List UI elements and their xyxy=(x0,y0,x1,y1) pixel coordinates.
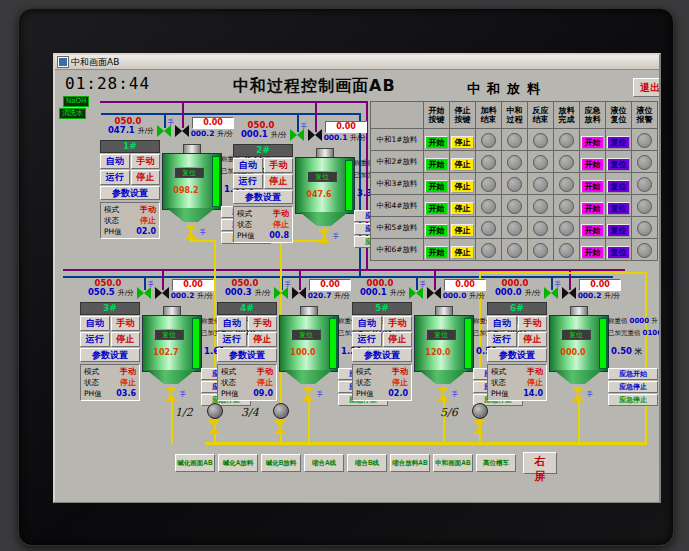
naoh-valve-icon[interactable] xyxy=(562,287,576,299)
nav-button[interactable]: 缩合放料AB xyxy=(390,454,430,472)
level-reset-button[interactable]: 复位 xyxy=(607,180,630,193)
nav-button[interactable]: 碱化B放料 xyxy=(261,454,301,472)
tank-reset-button[interactable]: 复位 xyxy=(291,329,321,340)
emergency-discharge-button[interactable]: 开始 xyxy=(581,246,604,259)
params-button[interactable]: 参数设置 xyxy=(233,190,293,204)
params-button[interactable]: 参数设置 xyxy=(80,348,140,362)
drain-valve-icon[interactable] xyxy=(165,387,177,401)
start-discharge-button[interactable]: 开始 xyxy=(425,246,448,259)
params-button[interactable]: 参数设置 xyxy=(100,186,160,200)
drain-valve-icon[interactable] xyxy=(185,225,197,239)
manifold-valve-icon[interactable] xyxy=(473,420,485,434)
stop-discharge-button[interactable]: 停止 xyxy=(451,246,474,259)
stop-discharge-button[interactable]: 停止 xyxy=(451,136,474,149)
inlet-valve-icon[interactable] xyxy=(157,125,171,137)
manual-button[interactable]: 手动 xyxy=(383,316,413,331)
emergency-discharge-button[interactable]: 开始 xyxy=(581,180,604,193)
start-discharge-button[interactable]: 开始 xyxy=(425,224,448,237)
pump-icon[interactable] xyxy=(472,403,488,419)
nav-button[interactable]: 缩合B线 xyxy=(347,454,387,472)
run-button[interactable]: 运行 xyxy=(217,332,247,347)
nav-button[interactable]: 碱化A放料 xyxy=(218,454,258,472)
start-discharge-button[interactable]: 开始 xyxy=(425,136,448,149)
pump-icon[interactable] xyxy=(207,403,223,419)
auto-button[interactable]: 自动 xyxy=(352,316,382,331)
auto-button[interactable]: 自动 xyxy=(80,316,110,331)
manual-button[interactable]: 手动 xyxy=(518,316,548,331)
naoh-valve-icon[interactable] xyxy=(155,287,169,299)
emergency-discharge-button[interactable]: 开始 xyxy=(581,136,604,149)
right-screen-button[interactable]: 右屏 xyxy=(523,452,557,474)
stop-button[interactable]: 停止 xyxy=(383,332,413,347)
naoh-valve-icon[interactable] xyxy=(308,129,322,141)
inlet-valve-icon[interactable] xyxy=(544,287,558,299)
run-button[interactable]: 运行 xyxy=(233,174,263,189)
stop-discharge-button[interactable]: 停止 xyxy=(451,158,474,171)
run-button[interactable]: 运行 xyxy=(80,332,110,347)
emergency-stop-indicator[interactable]: 应急停止 xyxy=(608,394,658,406)
stop-button[interactable]: 停止 xyxy=(111,332,141,347)
level-reset-button[interactable]: 复位 xyxy=(607,202,630,215)
stop-discharge-button[interactable]: 停止 xyxy=(451,224,474,237)
params-button[interactable]: 参数设置 xyxy=(487,348,547,362)
manual-button[interactable]: 手动 xyxy=(111,316,141,331)
manifold-valve-icon[interactable] xyxy=(274,420,286,434)
status-box: 模式手动 状态停止 PH值00.8 xyxy=(233,206,293,243)
mode-value: 手动 xyxy=(392,366,408,377)
nav-button[interactable]: 高位槽车 xyxy=(476,454,516,472)
tank-reset-button[interactable]: 复位 xyxy=(154,329,184,340)
nav-button[interactable]: 中和画面AB xyxy=(433,454,473,472)
flow-actual-value: 050.5 xyxy=(88,287,115,297)
start-discharge-button[interactable]: 开始 xyxy=(425,158,448,171)
pump-icon[interactable] xyxy=(273,403,289,419)
drain-valve-icon[interactable] xyxy=(437,387,449,401)
stop-discharge-button[interactable]: 停止 xyxy=(451,202,474,215)
auto-button[interactable]: 自动 xyxy=(487,316,517,331)
stop-discharge-button[interactable]: 停止 xyxy=(451,180,474,193)
tank-reset-button[interactable]: 复位 xyxy=(307,171,337,182)
stop-button[interactable]: 停止 xyxy=(131,170,161,185)
manual-button[interactable]: 手动 xyxy=(131,154,161,169)
level-reset-button[interactable]: 复位 xyxy=(607,224,630,237)
manual-button[interactable]: 手动 xyxy=(264,158,294,173)
inlet-valve-icon[interactable] xyxy=(409,287,423,299)
run-button[interactable]: 运行 xyxy=(487,332,517,347)
exit-button[interactable]: 退出 xyxy=(633,78,659,97)
drain-valve-icon[interactable] xyxy=(572,387,584,401)
stop-button[interactable]: 停止 xyxy=(518,332,548,347)
level-reset-button[interactable]: 复位 xyxy=(607,158,630,171)
emergency-start-button[interactable]: 应急开始 xyxy=(608,368,658,380)
auto-button[interactable]: 自动 xyxy=(217,316,247,331)
emergency-discharge-button[interactable]: 开始 xyxy=(581,158,604,171)
drain-valve-icon[interactable] xyxy=(302,387,314,401)
manual-button[interactable]: 手动 xyxy=(248,316,278,331)
run-button[interactable]: 运行 xyxy=(352,332,382,347)
auto-button[interactable]: 自动 xyxy=(233,158,263,173)
nav-button[interactable]: 缩合A线 xyxy=(304,454,344,472)
emergency-discharge-button[interactable]: 开始 xyxy=(581,202,604,215)
auto-button[interactable]: 自动 xyxy=(100,154,130,169)
inlet-valve-icon[interactable] xyxy=(274,287,288,299)
start-discharge-button[interactable]: 开始 xyxy=(425,202,448,215)
tank-reset-button[interactable]: 复位 xyxy=(426,329,456,340)
drain-valve-icon[interactable] xyxy=(318,229,330,243)
inlet-valve-icon[interactable] xyxy=(290,129,304,141)
nav-button[interactable]: 碱化画面AB xyxy=(175,454,215,472)
tank-reset-button[interactable]: 复位 xyxy=(174,167,204,178)
stop-button[interactable]: 停止 xyxy=(264,174,294,189)
run-button[interactable]: 运行 xyxy=(100,170,130,185)
manifold-valve-icon[interactable] xyxy=(208,420,220,434)
inlet-valve-icon[interactable] xyxy=(137,287,151,299)
emergency-discharge-button[interactable]: 开始 xyxy=(581,224,604,237)
naoh-valve-icon[interactable] xyxy=(292,287,306,299)
naoh-valve-icon[interactable] xyxy=(427,287,441,299)
start-discharge-button[interactable]: 开始 xyxy=(425,180,448,193)
emergency-stop-button[interactable]: 应急停止 xyxy=(608,381,658,393)
naoh-valve-icon[interactable] xyxy=(175,125,189,137)
level-reset-button[interactable]: 复位 xyxy=(607,246,630,259)
params-button[interactable]: 参数设置 xyxy=(352,348,412,362)
stop-button[interactable]: 停止 xyxy=(248,332,278,347)
level-reset-button[interactable]: 复位 xyxy=(607,136,630,149)
params-button[interactable]: 参数设置 xyxy=(217,348,277,362)
tank-reset-button[interactable]: 复位 xyxy=(561,329,591,340)
